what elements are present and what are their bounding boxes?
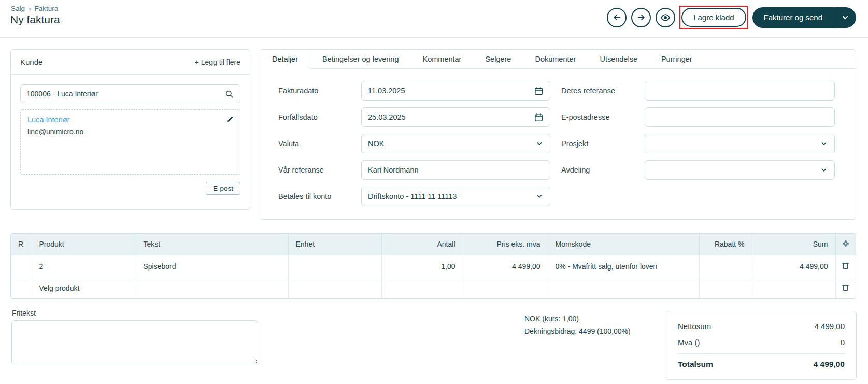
- cell-r[interactable]: [11, 255, 32, 278]
- chevron-down-icon: [841, 13, 850, 22]
- send-options-button[interactable]: [834, 7, 856, 28]
- total-sum-row: Totalsum 4 499,00: [678, 356, 845, 372]
- free-text-area[interactable]: [11, 320, 258, 364]
- cell-pris[interactable]: [463, 278, 548, 298]
- chevron-down-icon[interactable]: [820, 166, 828, 174]
- cell-produkt-placeholder[interactable]: Velg produkt: [32, 278, 136, 298]
- department-label: Avdeling: [561, 166, 645, 174]
- tab-dokumenter[interactable]: Dokumenter: [523, 50, 588, 68]
- customer-search: [20, 84, 240, 103]
- invoice-date-field: [361, 81, 550, 101]
- chevron-down-icon[interactable]: [535, 192, 544, 201]
- cell-sum: [752, 278, 835, 298]
- currency-select[interactable]: [361, 134, 550, 153]
- table-settings-button[interactable]: [841, 239, 850, 248]
- calendar-icon[interactable]: [534, 112, 544, 122]
- cell-pris[interactable]: 4 499,00: [463, 255, 548, 278]
- col-header-pris[interactable]: Pris eks. mva: [463, 234, 548, 255]
- delete-row-button[interactable]: [841, 282, 850, 292]
- invoice-send-button: Fakturer og send: [752, 7, 856, 28]
- customer-panel: Kunde + Legg til flere Luca Interiør lin…: [10, 49, 250, 210]
- free-text-label: Fritekst: [12, 309, 36, 317]
- col-header-momskode[interactable]: Momskode: [548, 234, 699, 255]
- cell-r[interactable]: [11, 278, 32, 298]
- invoice-notes: NOK (kurs: 1,00) Dekningsbidrag: 4499 (1…: [524, 312, 631, 337]
- forward-button[interactable]: [631, 8, 651, 27]
- tab-selgere[interactable]: Selgere: [473, 50, 523, 68]
- breadcrumb-faktura[interactable]: Faktura: [35, 5, 59, 12]
- col-header-produkt[interactable]: Produkt: [32, 234, 136, 255]
- cell-produkt[interactable]: 2: [32, 255, 136, 278]
- col-header-r[interactable]: R: [11, 234, 32, 255]
- trash-icon: [841, 282, 850, 292]
- payment-account-label: Betales til konto: [278, 192, 361, 201]
- save-draft-button[interactable]: Lagre kladd: [681, 8, 746, 27]
- cell-tekst[interactable]: [136, 278, 288, 298]
- tab-detaljer[interactable]: Detaljer: [260, 50, 310, 69]
- back-button[interactable]: [607, 8, 627, 27]
- cell-rabatt[interactable]: [699, 278, 752, 298]
- toolbar: Lagre kladd Fakturer og send: [602, 6, 856, 29]
- tab-kommentar[interactable]: Kommentar: [410, 50, 473, 68]
- due-date-input[interactable]: [368, 113, 530, 121]
- cell-rabatt[interactable]: [699, 255, 752, 278]
- col-header-tekst[interactable]: Tekst: [136, 234, 288, 255]
- table-header-row: R Produkt Tekst Enhet Antall Pris eks. m…: [11, 234, 856, 255]
- payment-account-value[interactable]: [368, 192, 531, 201]
- our-reference-input[interactable]: [368, 166, 544, 174]
- email-address-input[interactable]: [651, 113, 828, 121]
- customer-panel-title: Kunde: [20, 58, 42, 66]
- currency-value[interactable]: [368, 139, 531, 148]
- cell-momskode[interactable]: 0% - Mvafritt salg, utenfor loven: [548, 255, 699, 278]
- project-label: Prosjekt: [561, 139, 645, 148]
- cell-antall[interactable]: 1,00: [381, 255, 463, 278]
- department-value[interactable]: [651, 166, 816, 174]
- col-header-rabatt[interactable]: Rabatt %: [699, 234, 752, 255]
- project-value[interactable]: [651, 139, 816, 148]
- cell-momskode[interactable]: [548, 278, 699, 298]
- tab-betingelser-og-levering[interactable]: Betingelser og levering: [310, 50, 411, 68]
- tab-purringer[interactable]: Purringer: [649, 50, 704, 68]
- invoice-details-panel: Detaljer Betingelser og levering Komment…: [260, 49, 856, 220]
- invoice-send-label[interactable]: Fakturer og send: [752, 7, 834, 28]
- arrow-right-icon: [636, 12, 647, 23]
- delete-row-button[interactable]: [841, 261, 850, 271]
- col-header-sum[interactable]: Sum: [752, 234, 835, 255]
- breadcrumb-salg[interactable]: Salg: [11, 5, 25, 12]
- header-divider: [0, 37, 868, 38]
- invoice-date-label: Fakturadato: [278, 87, 361, 95]
- chevron-down-icon[interactable]: [535, 139, 544, 148]
- cell-sum: 4 499,00: [752, 255, 835, 278]
- our-reference-field: [361, 160, 550, 180]
- col-header-enhet[interactable]: Enhet: [288, 234, 381, 255]
- customer-name-link[interactable]: Luca Interiør: [27, 116, 233, 124]
- email-address-field: [645, 107, 835, 127]
- invoice-date-input[interactable]: [368, 87, 530, 95]
- cell-enhet[interactable]: [288, 255, 381, 278]
- col-header-antall[interactable]: Antall: [381, 234, 463, 255]
- email-chip[interactable]: E-post: [206, 182, 240, 195]
- edit-customer-button[interactable]: [226, 115, 235, 123]
- cell-enhet[interactable]: [288, 278, 381, 298]
- net-sum-value: 4 499,00: [815, 322, 845, 331]
- cell-tekst[interactable]: Spisebord: [136, 255, 288, 278]
- preview-button[interactable]: [656, 8, 675, 27]
- calendar-icon[interactable]: [534, 86, 544, 96]
- page-title: Ny faktura: [10, 13, 60, 26]
- breadcrumb: Salg › Faktura: [11, 5, 58, 12]
- tab-utsendelse[interactable]: Utsendelse: [588, 50, 649, 68]
- department-select[interactable]: [645, 160, 835, 180]
- search-icon[interactable]: [224, 89, 234, 99]
- item-row-1: 2 Spisebord 1,00 4 499,00 0% - Mvafritt …: [11, 255, 856, 278]
- tab-bar: Detaljer Betingelser og levering Komment…: [260, 50, 856, 69]
- vat-value: 0: [841, 338, 845, 347]
- customer-card: Luca Interiør line@unimicro.no: [20, 109, 240, 175]
- item-row-new: Velg produkt: [11, 278, 856, 298]
- their-reference-input[interactable]: [651, 87, 828, 95]
- add-more-customers-link[interactable]: + Legg til flere: [195, 58, 240, 66]
- customer-search-input[interactable]: [26, 90, 224, 98]
- cell-antall[interactable]: [381, 278, 463, 298]
- chevron-down-icon[interactable]: [820, 139, 828, 148]
- payment-account-select[interactable]: [361, 187, 550, 206]
- project-select[interactable]: [645, 134, 835, 153]
